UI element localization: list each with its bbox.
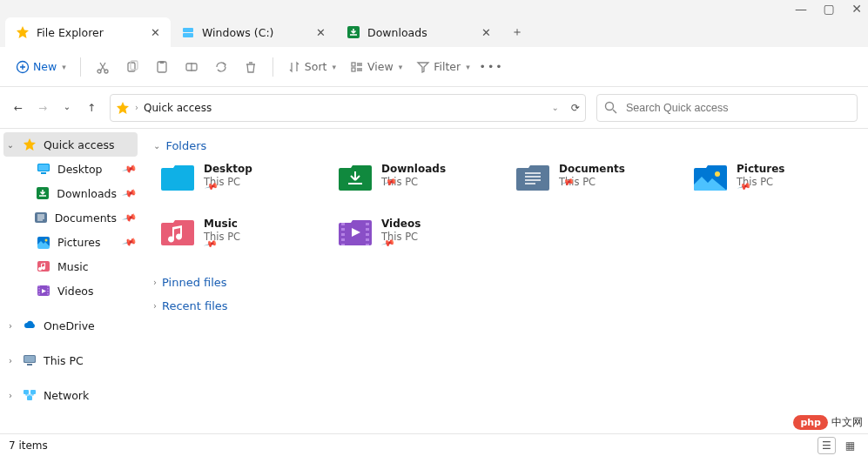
svg-rect-16 (41, 172, 46, 174)
sidebar-item-label: Downloads (57, 187, 117, 200)
svg-rect-0 (183, 28, 193, 32)
search-input[interactable] (624, 101, 850, 115)
pin-icon: 📌 (122, 234, 138, 250)
chevron-down-icon: ▾ (466, 63, 470, 71)
svg-point-13 (606, 103, 614, 111)
chevron-right-icon[interactable]: › (5, 391, 16, 400)
svg-point-29 (715, 171, 720, 177)
chevron-right-icon: › (153, 278, 157, 287)
refresh-button[interactable]: ⟳ (571, 102, 580, 114)
minimize-button[interactable]: — (795, 2, 807, 16)
address-row: ← → ⌄ ↑ › Quick access ⌄ ⟳ (0, 87, 868, 129)
chevron-right-icon[interactable]: › (5, 321, 16, 331)
tab-downloads[interactable]: Downloads ✕ (336, 17, 501, 47)
folder-desktop[interactable]: Desktop This PC 📌 (160, 163, 334, 200)
details-view-button[interactable]: ☰ (818, 437, 836, 454)
desktop-icon (37, 162, 50, 176)
pin-icon: 📌 (122, 161, 138, 177)
sidebar-item-this-pc[interactable]: › This PC (0, 348, 141, 372)
svg-rect-15 (38, 164, 49, 171)
close-tab-button[interactable]: ✕ (151, 26, 160, 39)
svg-rect-11 (352, 63, 355, 66)
new-button[interactable]: New ▾ (10, 57, 71, 77)
close-tab-button[interactable]: ✕ (481, 26, 491, 39)
folder-music[interactable]: Music This PC 📌 (160, 218, 334, 255)
view-label: View (367, 60, 394, 73)
sidebar-item-label: Videos (57, 285, 136, 298)
svg-point-5 (104, 70, 108, 73)
download-icon (347, 25, 360, 39)
search-box[interactable] (596, 94, 858, 122)
tab-label: Downloads (367, 26, 474, 39)
sidebar-item-label: Quick access (44, 138, 132, 151)
breadcrumb[interactable]: › Quick access ⌄ ⟳ (110, 94, 586, 122)
view-button[interactable]: View ▾ (345, 57, 407, 77)
forward-button[interactable]: → (35, 102, 50, 114)
back-button[interactable]: ← (10, 102, 26, 114)
sidebar-item-network[interactable]: › Network (0, 383, 141, 407)
thumbnails-view-button[interactable]: ▦ (841, 437, 859, 454)
sort-button[interactable]: Sort ▾ (282, 57, 341, 77)
folder-downloads[interactable]: Downloads This PC 📌 (338, 163, 512, 200)
filter-label: Filter (434, 60, 461, 73)
titlebar: — ▢ ✕ (0, 0, 868, 17)
section-recent[interactable]: › Recent files (151, 294, 858, 318)
close-tab-button[interactable]: ✕ (316, 26, 326, 39)
sort-icon (287, 60, 301, 74)
folder-pictures[interactable]: Pictures This PC 📌 (693, 163, 867, 200)
paste-button[interactable] (149, 57, 175, 77)
chevron-right-icon[interactable]: › (5, 356, 16, 365)
cut-button[interactable] (90, 57, 116, 77)
folders-grid: Desktop This PC 📌 Downloads This PC 📌 Do… (151, 158, 858, 271)
close-button[interactable]: ✕ (851, 2, 863, 16)
sidebar-item-label: Pictures (57, 236, 117, 249)
sidebar-item-onedrive[interactable]: › OneDrive (0, 313, 141, 338)
cut-icon (96, 60, 110, 74)
sidebar-item-quick-access[interactable]: ⌄ Quick access (3, 132, 138, 157)
new-tab-button[interactable]: ＋ (501, 17, 533, 47)
pin-icon: 📌 (122, 210, 138, 225)
more-button[interactable]: ••• (479, 57, 505, 77)
sidebar-item-desktop[interactable]: Desktop 📌 (0, 157, 141, 181)
sidebar-item-documents[interactable]: Documents 📌 (0, 205, 141, 230)
video-folder-icon (338, 218, 373, 247)
folder-videos[interactable]: Videos This PC 📌 (338, 218, 512, 255)
rename-button[interactable] (178, 57, 205, 77)
tab-file-explorer[interactable]: File Explorer ✕ (5, 17, 171, 47)
svg-rect-26 (24, 390, 29, 394)
svg-rect-27 (30, 390, 36, 394)
filter-button[interactable]: Filter ▾ (411, 57, 475, 77)
folder-documents[interactable]: Documents This PC 📌 (515, 163, 690, 200)
nav-buttons: ← → ⌄ ↑ (10, 102, 99, 114)
section-folders[interactable]: ⌄ Folders (151, 134, 858, 158)
recent-locations-button[interactable]: ⌄ (59, 102, 75, 114)
sidebar-item-music[interactable]: Music (0, 254, 141, 278)
breadcrumb-location[interactable]: Quick access (144, 102, 212, 114)
sidebar-item-downloads[interactable]: Downloads 📌 (0, 181, 141, 205)
tab-strip: File Explorer ✕ Windows (C:) ✕ Downloads… (0, 17, 868, 47)
copy-button[interactable] (119, 57, 145, 77)
sort-label: Sort (305, 60, 327, 73)
sidebar-item-videos[interactable]: Videos (0, 278, 141, 303)
share-button[interactable] (208, 57, 234, 77)
folder-name: Music (204, 218, 240, 230)
svg-rect-24 (24, 356, 35, 362)
sidebar-item-pictures[interactable]: Pictures 📌 (0, 230, 141, 254)
star-icon (16, 25, 30, 39)
folder-name: Desktop (204, 163, 252, 175)
chevron-down-icon[interactable]: ⌄ (552, 103, 559, 112)
music-folder-icon (160, 218, 195, 247)
status-bar: 7 items ☰ ▦ (0, 433, 868, 456)
view-icon (350, 60, 364, 74)
music-icon (37, 259, 50, 273)
search-icon (604, 101, 617, 114)
plus-circle-icon (16, 60, 30, 74)
up-button[interactable]: ↑ (84, 102, 99, 114)
chevron-down-icon[interactable]: ⌄ (5, 140, 16, 150)
maximize-button[interactable]: ▢ (823, 2, 835, 16)
delete-button[interactable] (238, 57, 264, 77)
section-pinned[interactable]: › Pinned files (151, 271, 858, 294)
network-icon (23, 388, 37, 402)
star-icon (23, 137, 37, 151)
tab-windows-c-[interactable]: Windows (C:) ✕ (171, 17, 336, 47)
